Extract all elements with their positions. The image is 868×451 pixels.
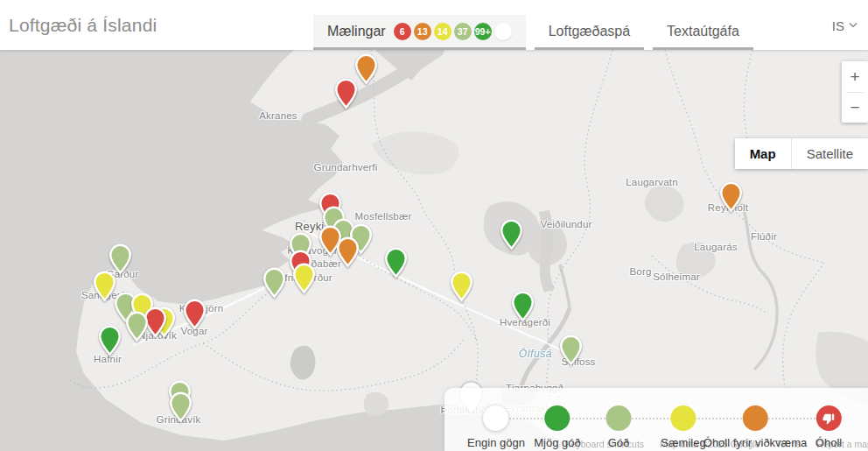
zoom-in-button[interactable]: +: [842, 61, 868, 92]
map-place-label: Akranes: [259, 110, 298, 121]
map-place-label: Laugarás: [694, 242, 738, 252]
measurement-count-badge: 6: [394, 23, 411, 40]
station-marker[interactable]: [354, 53, 378, 85]
measurement-count-badge: 99+: [474, 23, 492, 40]
legend-color-dot: [484, 405, 509, 431]
zoom-out-button[interactable]: −: [842, 93, 868, 123]
station-marker[interactable]: [384, 247, 408, 278]
map-type-satellite-button[interactable]: Satellite: [792, 138, 868, 169]
tab-maelingar-badges: 613143799+: [394, 23, 512, 40]
map-attribution: Keyboard shortcutsMap data ©2025 GoogleT…: [565, 439, 868, 449]
station-marker[interactable]: [500, 219, 523, 250]
tab-loftgaedaspa[interactable]: Loftgæðaspá: [535, 15, 644, 50]
map-type-control: Map Satellite: [735, 138, 868, 169]
legend-label: Engin gögn: [467, 436, 525, 449]
station-marker[interactable]: [292, 263, 316, 294]
station-marker[interactable]: [450, 271, 473, 302]
language-selector[interactable]: IS: [832, 18, 858, 32]
station-marker[interactable]: [334, 78, 358, 109]
legend-color-dot: [606, 405, 632, 431]
zoom-control: + −: [842, 61, 868, 123]
report-error-link[interactable]: Report a map error: [816, 439, 868, 449]
measurement-count-badge: 14: [434, 23, 452, 40]
map-place-label: Grundarhverfi: [314, 162, 378, 173]
tab-bar: Mælingar 613143799+ Loftgæðaspá Textaútg…: [313, 15, 753, 50]
station-marker[interactable]: [511, 291, 535, 322]
station-marker[interactable]: [93, 271, 116, 302]
station-marker[interactable]: [98, 325, 122, 356]
legend-color-dot: [743, 405, 768, 431]
station-marker[interactable]: [336, 236, 360, 268]
station-marker[interactable]: [719, 181, 743, 213]
tab-textautgafa-label: Textaútgáfa: [667, 24, 739, 39]
map-place-label: Sólheimar: [653, 271, 700, 282]
map-place-label: Flúðir: [751, 231, 777, 242]
tab-loftgaedaspa-label: Loftgæðaspá: [549, 24, 630, 39]
thumbs-down-icon: [822, 412, 835, 425]
map-type-map-button[interactable]: Map: [735, 138, 792, 169]
app-header: Loftgæði á Íslandi Mælingar 613143799+ L…: [0, 0, 868, 50]
legend-item: Engin gögn: [467, 405, 525, 449]
map-container[interactable]: AkranesGrundarhverfiMosfellsbærReykjavík…: [0, 50, 868, 451]
measurement-count-badge: [494, 23, 512, 40]
measurement-count-badge: 13: [414, 23, 431, 40]
station-marker[interactable]: [262, 267, 286, 299]
station-marker[interactable]: [169, 391, 192, 423]
chevron-down-icon: [849, 23, 858, 28]
legend-color-dot: [544, 405, 570, 431]
tab-maelingar-label: Mælingar: [327, 24, 386, 39]
map-data-credit: Map data ©2025 Google: [660, 439, 760, 449]
map-place-label: Mosfellsbær: [355, 211, 412, 222]
tab-maelingar[interactable]: Mælingar 613143799+: [313, 15, 526, 50]
station-marker[interactable]: [125, 311, 149, 342]
map-place-label: Ölfusá: [519, 348, 552, 360]
map-place-label: Borg: [629, 266, 651, 277]
legend-color-dot: [816, 405, 841, 431]
keyboard-shortcuts-link[interactable]: Keyboard shortcuts: [565, 439, 644, 449]
map-place-label: Laugarvatn: [626, 177, 678, 187]
terms-link[interactable]: Terms: [776, 439, 802, 449]
measurement-count-badge: 37: [454, 23, 472, 40]
language-code: IS: [832, 18, 844, 32]
station-marker[interactable]: [183, 299, 206, 330]
tab-textautgafa[interactable]: Textaútgáfa: [653, 15, 753, 50]
page-title: Loftgæði á Íslandi: [9, 15, 157, 36]
legend-color-dot: [670, 405, 696, 431]
map-place-label: Veiðilundur: [540, 219, 592, 229]
station-marker[interactable]: [559, 335, 583, 366]
